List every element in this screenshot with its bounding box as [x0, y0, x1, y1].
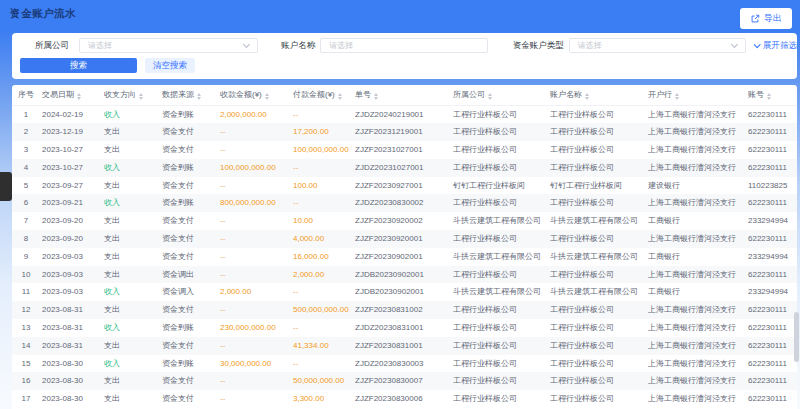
table-row: 132023-08-31收入资金到账230,000,000.00--ZJDZ20…: [12, 319, 797, 337]
column-header-source[interactable]: 数据来源: [162, 85, 220, 105]
cell-account-no: 622230111: [748, 266, 797, 284]
export-icon: [750, 14, 760, 24]
cell-account-name: 工程行业样板公司: [550, 194, 648, 212]
cell-index: 13: [12, 319, 42, 337]
cell-bank: 建设银行: [648, 177, 748, 195]
table-row: 42023-10-27收入资金到账100,000,000.00--ZJDZ202…: [12, 159, 797, 177]
cell-direction: 收入: [104, 194, 162, 212]
table-row: 12024-02-19收入资金到账2,000,000.00--ZJDZ20240…: [12, 105, 797, 123]
cell-company: 斗拱云建筑工程有限公司: [453, 248, 550, 266]
cell-direction: 支出: [104, 372, 162, 390]
cell-order-no: ZJZF20231027001: [355, 141, 453, 159]
expand-filter-link[interactable]: 展开筛选: [754, 40, 797, 52]
cell-order-no: ZJZF20230902001: [355, 248, 453, 266]
sort-icon[interactable]: [197, 93, 201, 100]
cell-source: 资金调出: [162, 266, 220, 284]
cell-payment-amount: 10.00: [293, 212, 355, 230]
type-select-placeholder: 请选择: [578, 40, 602, 51]
cell-order-no: ZJDB20230902001: [355, 283, 453, 301]
cell-source: 资金到账: [162, 194, 220, 212]
cell-account-name: 工程行业样板公司: [550, 266, 648, 284]
side-widget-collapsed[interactable]: [0, 172, 12, 201]
column-header-receipt-amount[interactable]: 收款金额(¥): [220, 85, 293, 105]
cell-company: 工程行业样板公司: [453, 194, 550, 212]
sort-icon[interactable]: [77, 93, 81, 100]
cell-company: 工程行业样板公司: [453, 105, 550, 123]
table-body: 12024-02-19收入资金到账2,000,000.00--ZJDZ20240…: [12, 105, 797, 408]
cell-order-no: ZJZF20230920001: [355, 230, 453, 248]
clear-search-button[interactable]: 清空搜索: [145, 58, 195, 73]
cell-account-no: 622230111: [748, 141, 797, 159]
cell-payment-amount: --: [293, 194, 355, 212]
sort-icon[interactable]: [675, 93, 679, 100]
cell-payment-amount: --: [293, 283, 355, 301]
cell-account-name: 工程行业样板公司: [550, 159, 648, 177]
sort-icon[interactable]: [488, 93, 492, 100]
cell-date: 2023-09-03: [42, 266, 104, 284]
cell-order-no: ZJZF20230831001: [355, 337, 453, 355]
cell-account-no: 622230111: [748, 319, 797, 337]
cell-company: 工程行业样板公司: [453, 372, 550, 390]
cell-source: 资金到账: [162, 105, 220, 123]
table-row: 62023-09-21收入资金到账800,000,000.00--ZJDZ202…: [12, 194, 797, 212]
cell-bank: 上海工商银行漕河泾支行: [648, 266, 748, 284]
cell-order-no: ZJDZ20230831001: [355, 319, 453, 337]
cell-bank: 上海工商银行漕河泾支行: [648, 230, 748, 248]
table-row: 122023-08-31支出资金支付--500,000,000.00ZJZF20…: [12, 301, 797, 319]
sort-icon[interactable]: [585, 93, 589, 100]
cell-direction: 支出: [104, 337, 162, 355]
cell-source: 资金支付: [162, 248, 220, 266]
cell-account-no: 622230111: [748, 372, 797, 390]
export-button[interactable]: 导出: [740, 8, 792, 29]
cell-receipt-amount: --: [220, 212, 293, 230]
cell-index: 15: [12, 355, 42, 373]
table-row: 32023-10-27支出资金支付--100,000,000.00ZJZF202…: [12, 141, 797, 159]
cell-direction: 支出: [104, 266, 162, 284]
sort-icon[interactable]: [767, 93, 771, 100]
account-filter-label: 账户名称: [281, 40, 315, 52]
cell-account-name: 工程行业样板公司: [550, 230, 648, 248]
cell-direction: 支出: [104, 301, 162, 319]
column-header-payment-amount[interactable]: 付款金额(¥): [293, 85, 355, 105]
column-header-company[interactable]: 所属公司: [453, 85, 550, 105]
column-header-date[interactable]: 交易日期: [42, 85, 104, 105]
cell-index: 9: [12, 248, 42, 266]
account-name-input[interactable]: [320, 38, 487, 53]
cell-source: 资金到账: [162, 319, 220, 337]
cell-index: 14: [12, 337, 42, 355]
table-row: 152023-08-30收入资金到账30,000,000.00--ZJDZ202…: [12, 355, 797, 373]
cell-payment-amount: 41,334.00: [293, 337, 355, 355]
table-row: 92023-09-03支出资金支付--16,000.00ZJZF20230902…: [12, 248, 797, 266]
cell-account-no: 233294994: [748, 212, 797, 230]
column-header-account-no[interactable]: 账号: [748, 85, 797, 105]
cell-source: 资金支付: [162, 123, 220, 141]
column-header-account-name[interactable]: 账户名称: [550, 85, 648, 105]
cell-receipt-amount: --: [220, 372, 293, 390]
cell-company: 斗拱云建筑工程有限公司: [453, 283, 550, 301]
column-header-direction[interactable]: 收支方向: [104, 85, 162, 105]
expand-filter-label: 展开筛选: [763, 40, 797, 52]
company-select[interactable]: 请选择: [79, 38, 258, 53]
top-bar: 资金账户流水 导出: [0, 0, 800, 30]
cell-payment-amount: 4,000.00: [293, 230, 355, 248]
table-row: 72023-09-20支出资金支付--10.00ZJZF20230920002斗…: [12, 212, 797, 230]
cell-account-no: 622230111: [748, 230, 797, 248]
column-header-bank[interactable]: 开户行: [648, 85, 748, 105]
sort-icon[interactable]: [374, 93, 378, 100]
cell-receipt-amount: 230,000,000.00: [220, 319, 293, 337]
cell-account-name: 工程行业样板公司: [550, 355, 648, 373]
search-button[interactable]: 搜索: [20, 58, 137, 73]
sort-icon[interactable]: [139, 93, 143, 100]
cell-bank: 上海工商银行漕河泾支行: [648, 301, 748, 319]
cell-order-no: ZJDZ20230830002: [355, 194, 453, 212]
vertical-scrollbar-thumb[interactable]: [794, 312, 799, 362]
sort-icon[interactable]: [338, 93, 342, 100]
cell-company: 工程行业样板公司: [453, 337, 550, 355]
account-type-select[interactable]: 请选择: [569, 38, 746, 53]
sort-icon[interactable]: [265, 93, 269, 100]
cell-direction: 收入: [104, 105, 162, 123]
column-header-order-no[interactable]: 单号: [355, 85, 453, 105]
cell-date: 2023-08-30: [42, 355, 104, 373]
cell-direction: 支出: [104, 123, 162, 141]
cell-company: 工程行业样板公司: [453, 301, 550, 319]
